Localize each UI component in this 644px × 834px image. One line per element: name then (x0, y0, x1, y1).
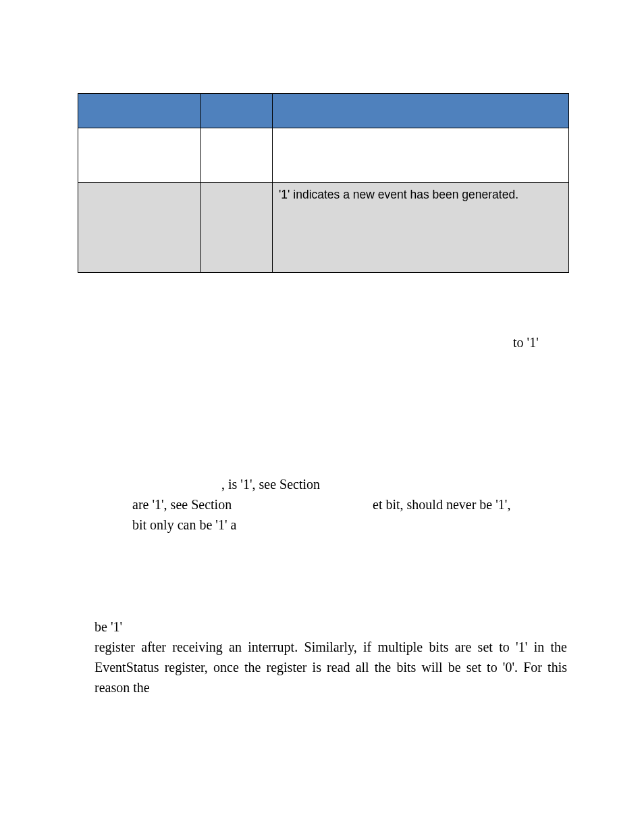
table-row: '1' indicates a new event has been gener… (78, 183, 569, 273)
page: '1' indicates a new event has been gener… (0, 0, 644, 834)
body-text-fragment: to '1' (513, 332, 539, 353)
body-text-fragment: , is '1', see Section (221, 474, 320, 494)
table-row (78, 128, 569, 183)
body-text-fragment: bit only can be '1' a (132, 515, 236, 535)
body-text-fragment: are '1', see Section (132, 494, 232, 515)
body-text-fragment: be '1' (95, 617, 122, 637)
cell-2-2 (201, 183, 273, 273)
cell-1-2 (201, 128, 273, 183)
header-cell-1 (78, 94, 201, 128)
cell-2-1 (78, 183, 201, 273)
table-header-row (78, 94, 569, 128)
body-text-fragment: et bit, should never be '1', (373, 494, 510, 515)
cell-1-1 (78, 128, 201, 183)
header-cell-3 (273, 94, 569, 128)
cell-description: '1' indicates a new event has been gener… (273, 184, 568, 207)
register-table: '1' indicates a new event has been gener… (78, 93, 569, 273)
body-paragraph: register after receiving an interrupt. S… (95, 637, 567, 698)
cell-1-3 (273, 128, 569, 183)
header-cell-2 (201, 94, 273, 128)
cell-2-3: '1' indicates a new event has been gener… (273, 183, 569, 273)
